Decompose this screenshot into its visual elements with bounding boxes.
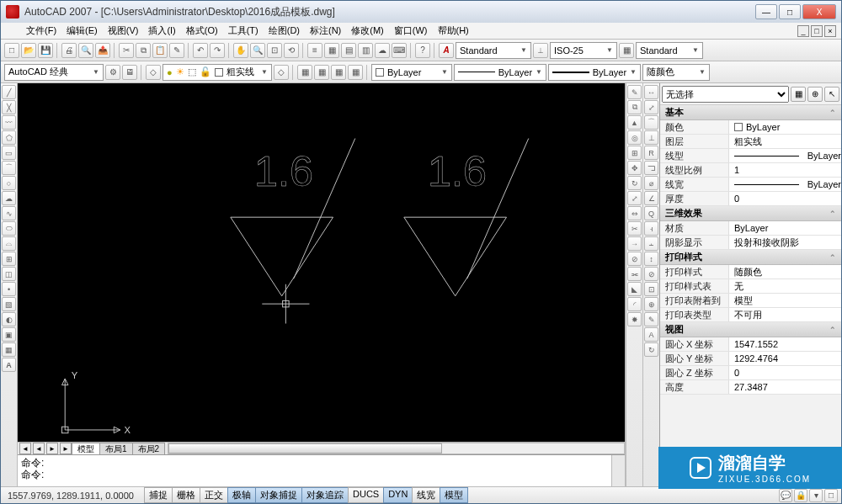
tab-nav-next[interactable]: ► xyxy=(46,443,58,454)
dim-continue-icon[interactable]: ⫠ xyxy=(644,236,658,251)
menu-item[interactable]: 格式(O) xyxy=(181,24,223,38)
trim-icon[interactable]: ✂ xyxy=(627,221,642,236)
center-mark-icon[interactable]: ⊕ xyxy=(644,297,658,311)
new-icon[interactable]: □ xyxy=(4,43,19,58)
workspace-dropdown[interactable]: AutoCAD 经典▼ xyxy=(4,64,104,81)
tablestyle-icon[interactable]: ▦ xyxy=(619,43,634,58)
undo-icon[interactable]: ↶ xyxy=(193,43,208,58)
table-style-dropdown[interactable]: Standard▼ xyxy=(636,42,703,59)
command-scrollbar[interactable] xyxy=(611,455,625,486)
markup-icon[interactable]: ☁ xyxy=(375,43,390,58)
break-icon[interactable]: ⊘ xyxy=(627,252,642,266)
pan-icon[interactable]: ✋ xyxy=(233,43,248,58)
dim-arc-icon[interactable]: ⌒ xyxy=(644,115,658,130)
mdi-minimize-button[interactable]: _ xyxy=(797,25,809,37)
tab-nav-prev[interactable]: ◄ xyxy=(33,443,45,454)
stretch-icon[interactable]: ⇔ xyxy=(627,206,642,220)
property-row[interactable]: 高度27.3487 xyxy=(660,380,841,395)
layer-manager-icon[interactable]: ◇ xyxy=(146,65,161,80)
dim-quick-icon[interactable]: Q xyxy=(644,206,658,220)
tab-nav-last[interactable]: ► xyxy=(60,443,72,454)
status-toggle[interactable]: DYN xyxy=(383,487,413,503)
status-toggle[interactable]: 模型 xyxy=(440,487,468,503)
command-line[interactable]: 命令: 命令: xyxy=(18,455,611,486)
menu-item[interactable]: 视图(V) xyxy=(103,24,144,38)
status-toggle[interactable]: 栅格 xyxy=(172,487,200,503)
dim-ordinate-icon[interactable]: ⊥ xyxy=(644,130,658,145)
zoom-prev-icon[interactable]: ⟲ xyxy=(284,43,299,58)
layer-tool2-icon[interactable]: ▦ xyxy=(314,65,329,80)
pline-icon[interactable]: 〰 xyxy=(2,115,16,130)
maximize-button[interactable]: □ xyxy=(779,4,801,19)
menu-item[interactable]: 文件(F) xyxy=(21,24,61,38)
workspace-lock-icon[interactable]: 🖥 xyxy=(122,65,137,80)
rectangle-icon[interactable]: ▭ xyxy=(2,146,16,160)
xline-icon[interactable]: ╳ xyxy=(2,100,16,114)
status-toggle[interactable]: 线宽 xyxy=(412,487,440,503)
status-toggle[interactable]: 对象捕捉 xyxy=(255,487,302,503)
property-row[interactable]: 材质ByLayer xyxy=(660,221,841,236)
paste-icon[interactable]: 📋 xyxy=(152,43,168,58)
model-viewport[interactable]: 1.6 1.6 xyxy=(18,83,625,442)
dim-linear-icon[interactable]: ↔ xyxy=(644,85,658,99)
selection-dropdown[interactable]: 无选择 xyxy=(662,86,789,103)
property-row[interactable]: 图层粗实线 xyxy=(660,135,841,149)
dim-space-icon[interactable]: ↕ xyxy=(644,252,658,266)
layer-tool4-icon[interactable]: ▦ xyxy=(348,65,363,80)
calc-icon[interactable]: ⌨ xyxy=(392,43,407,58)
match-icon[interactable]: ✎ xyxy=(169,43,184,58)
layout-tab[interactable]: 布局2 xyxy=(132,443,166,455)
dim-angular-icon[interactable]: ∠ xyxy=(644,191,658,205)
status-toggle[interactable]: DUCS xyxy=(348,487,384,503)
status-toggle[interactable]: 极轴 xyxy=(227,487,256,503)
color-dropdown[interactable]: ByLayer▼ xyxy=(371,64,452,81)
tool-palette-icon[interactable]: ▤ xyxy=(341,43,356,58)
zoom-icon[interactable]: 🔍 xyxy=(250,43,265,58)
property-row[interactable]: 圆心 Y 坐标1292.4764 xyxy=(660,352,841,366)
ellipse-icon[interactable]: ⬭ xyxy=(2,221,16,236)
menu-item[interactable]: 绘图(D) xyxy=(264,24,305,38)
dim-radius-icon[interactable]: R xyxy=(644,146,658,160)
design-center-icon[interactable]: ▦ xyxy=(324,43,339,58)
fillet-icon[interactable]: ◜ xyxy=(627,297,642,311)
dim-update-icon[interactable]: ↻ xyxy=(644,342,658,357)
property-row[interactable]: 打印表附着到模型 xyxy=(660,294,841,308)
open-icon[interactable]: 📂 xyxy=(21,43,36,58)
scale-icon[interactable]: ⤢ xyxy=(627,191,642,205)
zoom-window-icon[interactable]: ⊡ xyxy=(267,43,282,58)
help-icon[interactable]: ? xyxy=(415,43,430,58)
dim-jog-icon[interactable]: ⫎ xyxy=(644,161,658,175)
layer-tool3-icon[interactable]: ▦ xyxy=(331,65,346,80)
polygon-icon[interactable]: ⬠ xyxy=(2,130,16,145)
property-row[interactable]: 线宽ByLayer xyxy=(660,178,841,192)
hatch-icon[interactable]: ▧ xyxy=(2,297,16,311)
point-icon[interactable]: • xyxy=(2,282,16,296)
preview-icon[interactable]: 🔍 xyxy=(78,43,93,58)
spline-icon[interactable]: ∿ xyxy=(2,206,16,220)
array-icon[interactable]: ⊞ xyxy=(627,146,642,160)
dim-tedit-icon[interactable]: A xyxy=(644,327,658,342)
move-icon[interactable]: ✥ xyxy=(627,161,642,175)
quickselect-icon[interactable]: ▦ xyxy=(791,87,806,102)
lineweight-dropdown[interactable]: ByLayer▼ xyxy=(548,64,641,81)
linetype-dropdown[interactable]: ByLayer▼ xyxy=(454,64,546,81)
layout-tab[interactable]: 模型 xyxy=(72,443,100,455)
offset-icon[interactable]: ◎ xyxy=(627,130,642,145)
palette-group-header[interactable]: 三维效果⌃ xyxy=(660,206,841,221)
textstyle-icon[interactable]: A xyxy=(439,43,454,58)
chamfer-icon[interactable]: ◣ xyxy=(627,282,642,296)
dim-baseline-icon[interactable]: ⫞ xyxy=(644,221,658,236)
erase-icon[interactable]: ✎ xyxy=(627,85,642,99)
text-style-dropdown[interactable]: Standard▼ xyxy=(456,42,531,59)
minimize-button[interactable]: — xyxy=(755,4,777,19)
ellipse-arc-icon[interactable]: ⌓ xyxy=(2,236,16,251)
rotate-icon[interactable]: ↻ xyxy=(627,176,642,190)
mdi-restore-button[interactable]: □ xyxy=(811,25,823,37)
property-row[interactable]: 颜色ByLayer xyxy=(660,120,841,135)
menu-item[interactable]: 工具(T) xyxy=(223,24,264,38)
palette-group-header[interactable]: 基本⌃ xyxy=(660,105,841,120)
dim-style-dropdown[interactable]: ISO-25▼ xyxy=(550,42,617,59)
dimstyle-icon[interactable]: ⟂ xyxy=(533,43,548,58)
status-tray-icon[interactable]: ▾ xyxy=(809,489,823,502)
copy-obj-icon[interactable]: ⧉ xyxy=(627,100,642,114)
